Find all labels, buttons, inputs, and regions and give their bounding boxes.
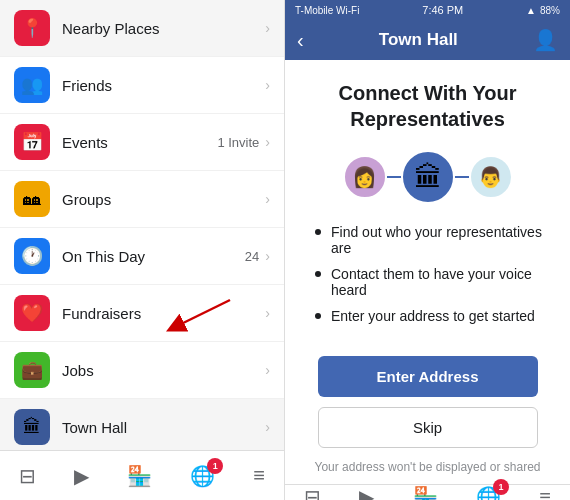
person-icon[interactable]: 👤 bbox=[533, 28, 558, 52]
menu-label-onthisday: On This Day bbox=[62, 248, 245, 265]
chevron-icon: › bbox=[265, 20, 270, 36]
time-text: 7:46 PM bbox=[422, 4, 463, 16]
left-tab-bar: ⊟ ▶ 🏪 🌐 1 ≡ bbox=[0, 450, 284, 500]
chevron-icon: › bbox=[265, 248, 270, 264]
right-tab-store[interactable]: 🏪 bbox=[413, 485, 438, 500]
enter-address-button[interactable]: Enter Address bbox=[318, 356, 538, 397]
tab-menu[interactable]: ≡ bbox=[253, 464, 265, 487]
events-icon: 📅 bbox=[14, 124, 50, 160]
avatar-right: 👨 bbox=[469, 155, 513, 199]
bullet-text-3: Enter your address to get started bbox=[331, 308, 535, 324]
menu-label-nearby: Nearby Places bbox=[62, 20, 265, 37]
menu-label-groups: Groups bbox=[62, 191, 265, 208]
carrier-text: T-Mobile Wi-Fi bbox=[295, 5, 359, 16]
skip-button[interactable]: Skip bbox=[318, 407, 538, 448]
bullet-item-2: Contact them to have your voice heard bbox=[315, 266, 550, 298]
menu-label-events: Events bbox=[62, 134, 217, 151]
right-tab-home[interactable]: ⊟ bbox=[304, 485, 321, 500]
menu-item-groups[interactable]: 🏘 Groups › bbox=[0, 171, 284, 228]
chevron-icon: › bbox=[265, 134, 270, 150]
bullet-dot-2 bbox=[315, 271, 321, 277]
bullet-dot-1 bbox=[315, 229, 321, 235]
chevron-icon: › bbox=[265, 77, 270, 93]
chevron-icon: › bbox=[265, 419, 270, 435]
menu-list: 📍 Nearby Places › 👥 Friends › 📅 Events 1… bbox=[0, 0, 284, 450]
status-bar: T-Mobile Wi-Fi 7:46 PM ▲ 88% bbox=[285, 0, 570, 20]
right-tab-play[interactable]: ▶ bbox=[359, 485, 374, 500]
bullet-text-2: Contact them to have your voice heard bbox=[331, 266, 550, 298]
jobs-icon: 💼 bbox=[14, 352, 50, 388]
left-panel: 📍 Nearby Places › 👥 Friends › 📅 Events 1… bbox=[0, 0, 285, 500]
menu-item-townhall[interactable]: 🏛 Town Hall › bbox=[0, 399, 284, 450]
right-tab-bar: ⊟ ▶ 🏪 🌐 1 ≡ bbox=[285, 484, 570, 500]
headline-text: Connect With Your Representatives bbox=[305, 80, 550, 132]
tab-store[interactable]: 🏪 bbox=[127, 464, 152, 488]
page-title: Town Hall bbox=[379, 30, 458, 50]
menu-item-jobs[interactable]: 💼 Jobs › bbox=[0, 342, 284, 399]
menu-label-fundraisers: Fundraisers bbox=[62, 305, 265, 322]
nav-bar: ‹ Town Hall 👤 bbox=[285, 20, 570, 60]
bullet-item-1: Find out who your representatives are bbox=[315, 224, 550, 256]
back-button[interactable]: ‹ bbox=[297, 29, 304, 52]
tab-play[interactable]: ▶ bbox=[74, 464, 89, 488]
chevron-icon: › bbox=[265, 191, 270, 207]
menu-item-onthisday[interactable]: 🕐 On This Day 24 › bbox=[0, 228, 284, 285]
friends-icon: 👥 bbox=[14, 67, 50, 103]
menu-item-nearby[interactable]: 📍 Nearby Places › bbox=[0, 0, 284, 57]
right-tab-menu[interactable]: ≡ bbox=[539, 486, 551, 501]
groups-icon: 🏘 bbox=[14, 181, 50, 217]
menu-label-friends: Friends bbox=[62, 77, 265, 94]
bullet-list: Find out who your representatives are Co… bbox=[305, 224, 550, 334]
globe-badge: 1 bbox=[207, 458, 223, 474]
disclaimer-text: Your address won't be displayed or share… bbox=[315, 460, 541, 474]
chevron-icon: › bbox=[265, 362, 270, 378]
building-icon: 🏛 bbox=[401, 150, 455, 204]
tab-home[interactable]: ⊟ bbox=[19, 464, 36, 488]
content-area: Connect With Your Representatives 👩 🏛 👨 … bbox=[285, 60, 570, 484]
wifi-icon: ▲ bbox=[526, 5, 536, 16]
events-badge: 1 Invite bbox=[217, 135, 259, 150]
battery-text: 88% bbox=[540, 5, 560, 16]
menu-label-townhall: Town Hall bbox=[62, 419, 265, 436]
right-tab-globe[interactable]: 🌐 1 bbox=[476, 485, 501, 500]
bullet-item-3: Enter your address to get started bbox=[315, 308, 550, 324]
right-globe-badge: 1 bbox=[493, 479, 509, 495]
bullet-text-1: Find out who your representatives are bbox=[331, 224, 550, 256]
onthisday-badge: 24 bbox=[245, 249, 259, 264]
battery-area: ▲ 88% bbox=[526, 5, 560, 16]
tab-globe[interactable]: 🌐 1 bbox=[190, 464, 215, 488]
fundraisers-icon: ❤️ bbox=[14, 295, 50, 331]
menu-label-jobs: Jobs bbox=[62, 362, 265, 379]
avatar-left: 👩 bbox=[343, 155, 387, 199]
menu-item-events[interactable]: 📅 Events 1 Invite › bbox=[0, 114, 284, 171]
nearby-icon: 📍 bbox=[14, 10, 50, 46]
chevron-icon: › bbox=[265, 305, 270, 321]
onthisday-icon: 🕐 bbox=[14, 238, 50, 274]
menu-item-fundraisers[interactable]: ❤️ Fundraisers › bbox=[0, 285, 284, 342]
right-panel: T-Mobile Wi-Fi 7:46 PM ▲ 88% ‹ Town Hall… bbox=[285, 0, 570, 500]
illustration: 👩 🏛 👨 bbox=[343, 150, 513, 204]
townhall-icon: 🏛 bbox=[14, 409, 50, 445]
bullet-dot-3 bbox=[315, 313, 321, 319]
menu-item-friends[interactable]: 👥 Friends › bbox=[0, 57, 284, 114]
